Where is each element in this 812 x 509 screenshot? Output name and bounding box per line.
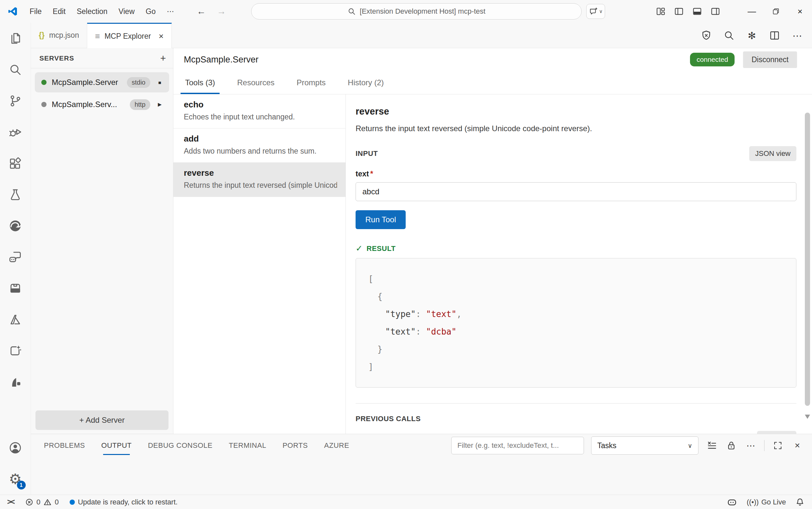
nav-back-icon[interactable]: ←	[197, 6, 206, 16]
more-actions-icon[interactable]: ⋯	[745, 439, 757, 452]
rerun-button[interactable]: ↩Re-run	[757, 431, 797, 434]
panel-tab[interactable]: PROBLEMS	[44, 434, 85, 457]
accounts-icon[interactable]	[0, 432, 31, 464]
copilot-chat-button[interactable]: ∨	[586, 4, 605, 19]
title-bar: FileEditSelectionViewGo⋯ ← → [Extension …	[0, 0, 812, 23]
vscode-logo-icon	[7, 6, 18, 17]
output-filter-input[interactable]	[451, 437, 584, 454]
customize-layout-icon[interactable]	[655, 6, 666, 17]
toggle-secondary-sidebar-icon[interactable]	[710, 6, 721, 17]
editor-actions: ✻ ⋯	[700, 23, 804, 48]
tool-detail-panel: reverse Returns the input text reversed …	[346, 94, 812, 434]
json-view-button[interactable]: JSON view	[749, 146, 797, 161]
maximize-panel-icon[interactable]	[772, 439, 784, 452]
tab-mcp-json[interactable]: {} mcp.json	[31, 23, 87, 48]
m365-icon[interactable]: M365	[0, 273, 31, 304]
warning-icon	[43, 498, 52, 506]
toggle-panel-icon[interactable]	[692, 6, 703, 17]
tool-list-item[interactable]: echo Echoes the input text unchanged.	[173, 94, 346, 129]
close-panel-icon[interactable]: ×	[791, 439, 804, 452]
clear-output-icon[interactable]	[706, 439, 718, 452]
required-asterisk: *	[370, 170, 373, 178]
run-tool-button[interactable]: Run Tool	[356, 210, 406, 229]
split-editor-icon[interactable]	[768, 29, 781, 42]
tool-list-item[interactable]: add Adds two numbers and returns the sum…	[173, 129, 346, 163]
explorer-tab[interactable]: Tools (3)	[183, 71, 217, 94]
explorer-tab[interactable]: History (2)	[346, 71, 386, 94]
command-center-search[interactable]: [Extension Development Host] mcp-test	[251, 3, 582, 20]
shield-icon[interactable]	[700, 29, 712, 42]
search-icon[interactable]	[0, 54, 31, 85]
tool-list: echo Echoes the input text unchanged. ad…	[173, 94, 346, 434]
panel-tabs: PROBLEMSOUTPUTDEBUG CONSOLETERMINALPORTS…	[44, 434, 349, 457]
command-center-text: [Extension Development Host] mcp-test	[360, 7, 485, 15]
menu-item[interactable]: Go	[140, 5, 162, 19]
disconnect-button[interactable]: Disconnect	[743, 52, 797, 68]
remote-indicator[interactable]: ><	[7, 498, 14, 506]
explorer-icon[interactable]	[0, 23, 31, 54]
problems-indicator[interactable]: 0 0	[25, 498, 59, 506]
close-window-button[interactable]: ×	[788, 0, 812, 23]
text-input[interactable]	[356, 182, 797, 201]
go-live-button[interactable]: ((•)) Go Live	[747, 498, 786, 506]
transport-badge: stdio	[127, 77, 150, 88]
server-item[interactable]: McpSample.Server stdio ■	[35, 72, 169, 93]
explorer-tab[interactable]: Prompts	[295, 71, 328, 94]
copilot-status-icon[interactable]	[727, 497, 738, 508]
settings-gear-icon[interactable]: ⚙ 1	[0, 464, 31, 495]
notifications-bell-icon[interactable]	[795, 497, 805, 507]
source-control-icon[interactable]	[0, 85, 31, 116]
panel-tab[interactable]: OUTPUT	[101, 434, 132, 457]
more-actions-icon[interactable]: ⋯	[791, 29, 804, 42]
menu-item[interactable]: Edit	[47, 5, 71, 19]
output-channel-select[interactable]: Tasks ∨	[591, 436, 699, 455]
search-editor-icon[interactable]	[723, 29, 735, 42]
server-title: McpSample.Server	[184, 55, 259, 65]
menu-item[interactable]: ⋯	[161, 5, 180, 19]
extensions-icon[interactable]	[0, 148, 31, 179]
run-debug-icon[interactable]	[0, 116, 31, 148]
restore-button[interactable]	[764, 0, 788, 23]
previous-calls-header: PREVIOUS CALLS	[356, 415, 797, 423]
azure-icon[interactable]	[0, 304, 31, 335]
scrollbar-down-arrow[interactable]	[805, 415, 810, 419]
explorer-tab[interactable]: Resources	[235, 71, 277, 94]
tab-mcp-explorer[interactable]: ≡ MCP Explorer ×	[87, 23, 172, 48]
server-item[interactable]: McpSample.Serv... http ▶	[35, 94, 169, 114]
scrollbar-thumb[interactable]	[805, 112, 810, 406]
panel-tab[interactable]: DEBUG CONSOLE	[148, 434, 212, 457]
edge-browser-icon[interactable]	[0, 210, 31, 241]
menu-item[interactable]: Selection	[71, 5, 113, 19]
openai-icon[interactable]: ✻	[746, 29, 758, 42]
add-server-button[interactable]: + Add Server	[35, 410, 169, 430]
foundry-icon[interactable]	[0, 367, 31, 398]
lock-icon[interactable]	[725, 439, 738, 452]
add-server-icon[interactable]: +	[160, 53, 166, 64]
menu-item[interactable]: View	[113, 5, 140, 19]
menu-item[interactable]: File	[24, 5, 47, 19]
tool-description: Returns the input text reversed (simple …	[356, 124, 797, 133]
status-bar: >< 0 0 Update is ready, click to restart…	[0, 495, 812, 509]
panel-tab[interactable]: TERMINAL	[229, 434, 266, 457]
ai-toolkit-icon[interactable]	[0, 335, 31, 367]
server-detail-header: McpSample.Server connected Disconnect	[173, 48, 812, 71]
mcp-explorer-main: McpSample.Server connected Disconnect To…	[173, 48, 812, 434]
tool-name-heading: reverse	[356, 106, 797, 117]
editor-tab-bar: {} mcp.json ≡ MCP Explorer ×	[31, 23, 812, 48]
update-notification[interactable]: Update is ready, click to restart.	[70, 498, 178, 506]
panel-tab[interactable]: AZURE	[324, 434, 349, 457]
settings-badge: 1	[17, 481, 26, 489]
tool-list-item[interactable]: reverse Returns the input text reversed …	[173, 163, 346, 197]
panel-tab[interactable]: PORTS	[282, 434, 308, 457]
result-label: RESULT	[367, 244, 396, 253]
minimize-button[interactable]: —	[740, 0, 764, 23]
detail-scrollbar[interactable]	[805, 109, 810, 421]
toggle-sidebar-icon[interactable]	[673, 6, 684, 17]
layout-controls	[655, 0, 721, 23]
broadcast-icon: ((•))	[747, 498, 758, 506]
server-action-button[interactable]: ▶	[155, 102, 164, 107]
copilot-chat-icon[interactable]	[0, 241, 31, 273]
close-tab-icon[interactable]: ×	[159, 31, 164, 41]
server-action-button[interactable]: ■	[155, 80, 164, 85]
test-beaker-icon[interactable]	[0, 179, 31, 210]
